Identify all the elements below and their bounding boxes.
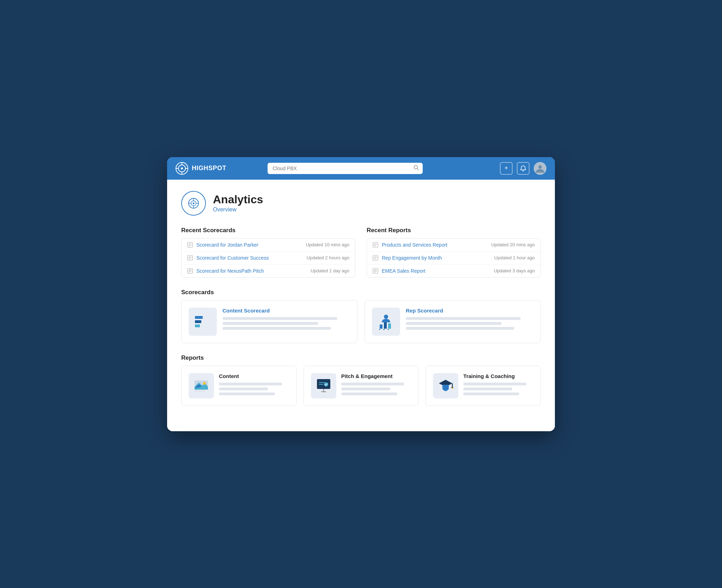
content-report-body: Content [219, 373, 289, 397]
logo-text: HIGHSPOT [192, 165, 226, 172]
content-scorecard-image [189, 308, 217, 336]
svg-rect-47 [384, 322, 387, 329]
scorecard-icon [187, 268, 193, 274]
svg-point-55 [203, 390, 205, 392]
list-item[interactable]: Scorecard for Customer Success Updated 2… [182, 252, 355, 265]
search-input[interactable] [268, 163, 423, 174]
recent-item-left: EMEA Sales Report [373, 268, 426, 274]
recent-item-time: Updated 3 days ago [494, 268, 535, 273]
header: HIGHSPOT + [167, 157, 555, 180]
scorecards-title: Scorecards [181, 289, 541, 296]
svg-rect-42 [195, 316, 203, 319]
svg-line-8 [417, 168, 419, 170]
training-coaching-report-icon [433, 373, 458, 398]
recent-item-time: Updated 10 mins ago [306, 242, 349, 247]
search-bar[interactable] [268, 163, 423, 174]
add-button[interactable]: + [500, 162, 513, 175]
content-report-title: Content [219, 373, 289, 379]
recent-item-time: Updated 2 hours ago [307, 255, 349, 260]
scorecards-section: Scorecards Content Scorecard [181, 289, 541, 343]
report-line-2 [341, 388, 390, 390]
card-line-2 [406, 322, 502, 325]
report-line-2 [219, 388, 268, 390]
list-item[interactable]: Rep Engagement by Month Updated 1 hour a… [367, 252, 540, 265]
training-coaching-report-body: Training & Coaching [463, 373, 533, 397]
logo: HIGHSPOT [176, 162, 226, 175]
card-line-2 [222, 322, 318, 325]
report-line-2 [463, 388, 512, 390]
main-content: Analytics Overview Recent Scorecards [167, 180, 555, 431]
svg-rect-44 [195, 324, 200, 327]
report-line-3 [219, 392, 275, 395]
pitch-engagement-report-card[interactable]: Pitch & Engagement [304, 366, 419, 406]
recent-item-left: Products and Services Report [373, 242, 447, 248]
svg-point-64 [452, 388, 453, 389]
svg-point-51 [388, 329, 389, 330]
content-scorecard-title: Content Scorecard [222, 308, 350, 314]
report-line-1 [463, 383, 526, 385]
list-item[interactable]: Scorecard for NexusPath Pitch Updated 1 … [182, 265, 355, 277]
rep-scorecard-image [372, 308, 400, 336]
training-coaching-report-title: Training & Coaching [463, 373, 533, 379]
card-line-3 [406, 327, 514, 330]
content-scorecard-card[interactable]: Content Scorecard [181, 300, 357, 343]
recent-item-link[interactable]: Rep Engagement by Month [382, 255, 442, 261]
reports-title: Reports [181, 354, 541, 361]
search-icon [414, 165, 419, 172]
page-subtitle: Overview [213, 206, 263, 213]
recent-item-link[interactable]: Scorecard for Jordan Parker [196, 242, 258, 248]
app-shell: HIGHSPOT + [167, 157, 555, 431]
recent-scorecards-title: Recent Scorecards [181, 227, 355, 234]
page-icon [181, 191, 206, 216]
training-coaching-report-card[interactable]: Training & Coaching [426, 366, 541, 406]
content-report-icon [189, 373, 214, 398]
svg-point-13 [193, 202, 195, 204]
list-item[interactable]: Scorecard for Jordan Parker Updated 10 m… [182, 239, 355, 252]
rep-scorecard-title: Rep Scorecard [406, 308, 533, 314]
recent-item-left: Scorecard for Jordan Parker [187, 242, 258, 248]
recent-item-link[interactable]: EMEA Sales Report [382, 268, 426, 274]
scorecard-icon [187, 255, 193, 261]
recent-scorecards-list: Scorecard for Jordan Parker Updated 10 m… [181, 238, 355, 278]
notification-button[interactable] [517, 162, 530, 175]
report-line-1 [341, 383, 404, 385]
pitch-engagement-report-body: Pitch & Engagement [341, 373, 411, 397]
report-line-1 [219, 383, 282, 385]
recent-item-time: Updated 20 mins ago [491, 242, 535, 247]
svg-rect-56 [317, 379, 330, 389]
svg-rect-54 [195, 390, 202, 392]
highspot-logo-icon [176, 162, 188, 175]
svg-rect-46 [380, 324, 383, 329]
card-line-1 [406, 317, 521, 320]
svg-point-49 [379, 329, 380, 330]
recent-item-link[interactable]: Scorecard for Customer Success [196, 255, 269, 261]
svg-point-53 [203, 382, 206, 385]
report-line-3 [463, 392, 519, 395]
page-header: Analytics Overview [181, 191, 541, 216]
avatar[interactable] [534, 162, 546, 175]
list-item[interactable]: EMEA Sales Report Updated 3 days ago [367, 265, 540, 277]
recent-item-time: Updated 1 day ago [311, 268, 349, 273]
pitch-engagement-report-title: Pitch & Engagement [341, 373, 411, 379]
svg-point-10 [538, 165, 542, 169]
content-report-card[interactable]: Content [181, 366, 296, 406]
list-item[interactable]: Products and Services Report Updated 20 … [367, 239, 540, 252]
reports-cards-row: Content [181, 366, 541, 406]
recent-scorecards-section: Recent Scorecards [181, 227, 355, 278]
header-actions: + [500, 162, 546, 175]
recent-sections-row: Recent Scorecards [181, 227, 541, 278]
recent-item-left: Rep Engagement by Month [373, 255, 442, 261]
rep-scorecard-card[interactable]: Rep Scorecard [365, 300, 541, 343]
recent-item-link[interactable]: Scorecard for NexusPath Pitch [196, 268, 264, 274]
recent-item-left: Scorecard for NexusPath Pitch [187, 268, 264, 274]
recent-item-time: Updated 1 hour ago [494, 255, 535, 260]
content-scorecard-body: Content Scorecard [222, 308, 350, 332]
scorecards-cards-row: Content Scorecard [181, 300, 541, 343]
rep-scorecard-body: Rep Scorecard [406, 308, 533, 332]
svg-point-50 [384, 329, 385, 330]
recent-reports-list: Products and Services Report Updated 20 … [367, 238, 541, 278]
recent-reports-section: Recent Reports [367, 227, 541, 278]
recent-item-link[interactable]: Products and Services Report [382, 242, 447, 248]
scorecard-icon [187, 242, 193, 248]
recent-item-left: Scorecard for Customer Success [187, 255, 269, 261]
